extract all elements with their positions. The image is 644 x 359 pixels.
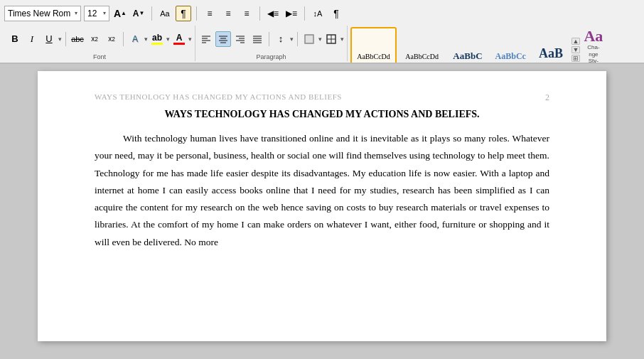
style-title-preview: AaB bbox=[539, 46, 563, 62]
para-divider2 bbox=[297, 32, 298, 46]
font-section: B I U ▾ abc x2 x2 A ▾ ab ▾ A bbox=[4, 26, 195, 61]
superscript-button[interactable]: x2 bbox=[104, 31, 119, 47]
align-left-button[interactable] bbox=[198, 31, 214, 47]
highlight-button[interactable]: ab bbox=[149, 33, 165, 45]
increase-indent-button[interactable]: ▶≡ bbox=[284, 6, 299, 21]
font-divider2 bbox=[123, 32, 124, 46]
multilevel-list-button[interactable]: ≡ bbox=[239, 6, 254, 21]
style-heading2-preview: AaBbCc bbox=[495, 51, 526, 61]
font-grow-button[interactable]: A▲ bbox=[112, 6, 128, 21]
paragraph-controls: ↕ ▾ ▾ ▾ bbox=[198, 26, 344, 52]
paragraph-section: ↕ ▾ ▾ ▾ Paragraph bbox=[195, 26, 348, 61]
font-divider1 bbox=[65, 32, 66, 46]
svg-rect-16 bbox=[305, 35, 313, 43]
line-spacing-arrow[interactable]: ▾ bbox=[290, 36, 294, 43]
body-paragraph[interactable]: With technology human lives have transit… bbox=[95, 130, 549, 251]
ribbon-bottom-area: B I U ▾ abc x2 x2 A ▾ ab ▾ A bbox=[0, 26, 644, 64]
style-heading1-preview: AaBbC bbox=[453, 50, 482, 62]
font-color-arrow[interactable]: ▾ bbox=[188, 36, 192, 43]
line-spacing-button[interactable]: ↕ bbox=[273, 31, 289, 47]
document-page: WAYS TEHNOLOGY HAS CHANGED MY ACTIONS AN… bbox=[38, 71, 606, 341]
font-shrink-button[interactable]: A▼ bbox=[131, 6, 146, 21]
style-no-spacing[interactable]: AaBbCcDd ¶ No Spaci... bbox=[398, 27, 446, 64]
page-header: WAYS TEHNOLOGY HAS CHANGED MY ACTIONS AN… bbox=[95, 92, 549, 103]
font-section-label: Font bbox=[7, 52, 192, 61]
bold-button[interactable]: B bbox=[7, 31, 23, 47]
borders-button[interactable] bbox=[323, 31, 339, 47]
strikethrough-button[interactable]: abc bbox=[70, 31, 85, 47]
document-heading[interactable]: WAYS TECHNOLOGY HAS CHANGED MY ACTIONS A… bbox=[95, 109, 549, 120]
divider4 bbox=[304, 6, 305, 21]
show-formatting-button[interactable]: ¶ bbox=[328, 6, 344, 21]
font-size-arrow: ▾ bbox=[103, 10, 106, 16]
highlight-arrow[interactable]: ▾ bbox=[166, 36, 170, 43]
style-heading2-label: Heading 2 bbox=[496, 63, 525, 64]
document-body[interactable]: With technology human lives have transit… bbox=[95, 130, 549, 251]
align-right-button[interactable] bbox=[232, 31, 248, 47]
divider1 bbox=[151, 6, 152, 21]
page-number: 2 bbox=[545, 92, 549, 103]
text-effects-arrow[interactable]: ▾ bbox=[144, 36, 148, 43]
style-no-spacing-preview: AaBbCcDd bbox=[405, 53, 439, 61]
change-case-button[interactable]: Aa bbox=[157, 6, 173, 21]
styles-scroll-down[interactable]: ▼ bbox=[571, 46, 580, 53]
ribbon-top-row: Times New Rom ▾ 12 ▾ A▲ A▼ Aa ¶ ≡ ≡ ≡ ◀≡… bbox=[0, 0, 644, 26]
borders-arrow[interactable]: ▾ bbox=[340, 36, 344, 43]
bullets-button[interactable]: ≡ bbox=[202, 6, 218, 21]
italic-button[interactable]: I bbox=[24, 31, 40, 47]
decrease-indent-button[interactable]: ◀≡ bbox=[265, 6, 281, 21]
running-head: WAYS TEHNOLOGY HAS CHANGED MY ACTIONS AN… bbox=[95, 92, 342, 103]
styles-section: AaBbCcDd ¶ Normal AaBbCcDd ¶ No Spaci...… bbox=[348, 26, 640, 61]
document-area: WAYS TEHNOLOGY HAS CHANGED MY ACTIONS AN… bbox=[0, 64, 644, 359]
style-title[interactable]: AaB Title bbox=[533, 27, 569, 64]
style-heading1-label: Heading 1 bbox=[453, 63, 482, 64]
align-justify-button[interactable] bbox=[249, 31, 265, 47]
underline-button[interactable]: U bbox=[41, 31, 57, 47]
style-normal[interactable]: AaBbCcDd ¶ Normal bbox=[350, 27, 397, 64]
style-normal-label: ¶ Normal bbox=[360, 63, 386, 64]
styles-scroll-more[interactable]: ⊞ bbox=[571, 55, 580, 62]
styles-scroll-up[interactable]: ▲ bbox=[571, 38, 580, 45]
subscript-button[interactable]: x2 bbox=[87, 31, 102, 47]
change-styles-button[interactable]: Aa Cha-ngeSty-les bbox=[583, 27, 604, 64]
underline-arrow[interactable]: ▾ bbox=[58, 36, 62, 43]
change-styles-label: Cha-ngeSty-les bbox=[587, 44, 599, 64]
numbering-button[interactable]: ≡ bbox=[220, 6, 236, 21]
font-name-value: Times New Rom bbox=[8, 9, 70, 18]
style-normal-preview: AaBbCcDd bbox=[357, 53, 390, 61]
style-heading2[interactable]: AaBbCc Heading 2 bbox=[490, 27, 532, 64]
styles-scroll-buttons[interactable]: ▲ ▼ ⊞ bbox=[570, 27, 581, 64]
format-chars-icon: ¶ bbox=[181, 8, 186, 19]
para-divider1 bbox=[269, 32, 269, 46]
format-display-button[interactable]: ¶ bbox=[176, 6, 191, 21]
font-name-dropdown[interactable]: Times New Rom ▾ bbox=[4, 6, 81, 21]
style-heading1[interactable]: AaBbC Heading 1 bbox=[447, 27, 488, 64]
font-color-button[interactable]: A bbox=[171, 33, 187, 45]
font-name-arrow: ▾ bbox=[75, 10, 77, 16]
align-center-button[interactable] bbox=[215, 31, 231, 47]
shading-button[interactable] bbox=[301, 31, 317, 47]
style-no-spacing-label: ¶ No Spaci... bbox=[404, 63, 440, 64]
change-styles-icon: Aa bbox=[584, 28, 603, 44]
shading-arrow[interactable]: ▾ bbox=[318, 36, 322, 43]
text-effects-button[interactable]: A bbox=[127, 31, 143, 47]
ribbon: Times New Rom ▾ 12 ▾ A▲ A▼ Aa ¶ ≡ ≡ ≡ ◀≡… bbox=[0, 0, 644, 64]
styles-content: AaBbCcDd ¶ Normal AaBbCcDd ¶ No Spaci...… bbox=[350, 26, 637, 64]
style-title-label: Title bbox=[545, 63, 557, 64]
divider3 bbox=[259, 6, 260, 21]
font-size-dropdown[interactable]: 12 ▾ bbox=[84, 6, 109, 21]
paragraph-section-label: Paragraph bbox=[198, 52, 344, 61]
font-controls: B I U ▾ abc x2 x2 A ▾ ab ▾ A bbox=[7, 26, 192, 52]
divider2 bbox=[196, 6, 197, 21]
sort-button[interactable]: ↕A bbox=[310, 6, 326, 21]
font-size-value: 12 bbox=[87, 9, 97, 18]
